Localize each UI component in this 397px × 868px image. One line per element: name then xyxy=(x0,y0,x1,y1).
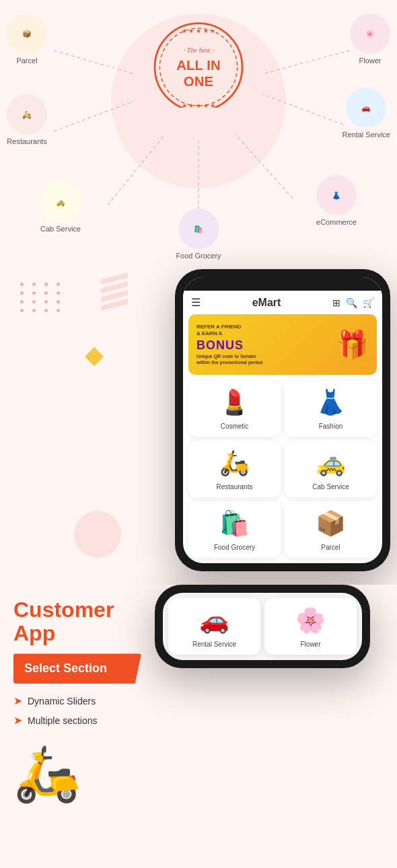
restaurants-icon: 🛵 xyxy=(22,110,32,119)
top-section: ★ ★ ★ ★ ★ ★ ★ ★ ★ ★ · The best · ALL IN … xyxy=(0,0,397,262)
category-flower[interactable]: 🌸 Flower xyxy=(264,598,357,655)
phone-screen-top: ☰ eMart ⊞ 🔍 🛒 REFER A FRIEND & EARN A BO… xyxy=(183,277,382,563)
banner-line6: within the promotional period xyxy=(196,359,262,365)
phone-mockup-bottom: 🚗 Rental Service 🌸 Flower xyxy=(155,585,370,668)
fashion-icon: 👗 xyxy=(290,388,371,417)
banner-line2: & EARN A xyxy=(196,330,262,337)
banner-line1: REFER A FRIEND xyxy=(196,324,262,330)
cosmetic-icon: 💄 xyxy=(194,388,275,417)
header-icons: ⊞ 🔍 🛒 xyxy=(332,297,374,308)
feature-dynamic-sliders: ➤ Dynamic Sliders xyxy=(13,694,141,707)
notch-bar xyxy=(256,281,310,287)
category-cab[interactable]: 🚕 Cab Service xyxy=(285,441,377,497)
flower-label: Flower xyxy=(350,57,390,65)
dot-grid xyxy=(20,283,63,312)
cab-cat-icon: 🚕 xyxy=(290,449,371,477)
logo-badge: ★ ★ ★ ★ ★ ★ ★ ★ ★ ★ · The best · ALL IN … xyxy=(145,20,252,108)
left-panel: Customer App Select Section ➤ Dynamic Sl… xyxy=(0,585,155,814)
stripe-decoration xyxy=(101,276,128,330)
service-grocery: 🛍️ Food Grocery xyxy=(176,209,221,260)
category-parcel[interactable]: 📦 Parcel xyxy=(285,501,377,558)
arrow-icon-1: ➤ xyxy=(13,694,22,707)
grocery-label: Food Grocery xyxy=(176,252,221,260)
rental-label: Rental Service xyxy=(342,131,390,139)
category-restaurants[interactable]: 🛵 Restaurants xyxy=(188,441,281,497)
dynamic-sliders-label: Dynamic Sliders xyxy=(28,696,96,707)
phone-mockup-top: ☰ eMart ⊞ 🔍 🛒 REFER A FRIEND & EARN A BO… xyxy=(175,269,390,571)
customer-app-title: Customer App xyxy=(13,598,141,645)
flower-icon: 🌸 xyxy=(365,30,375,38)
service-rental: 🚗 Rental Service xyxy=(342,87,390,139)
right-phone-panel: 🚗 Rental Service 🌸 Flower xyxy=(155,585,397,668)
grocery-cat-label: Food Grocery xyxy=(214,544,255,551)
cab-label: Cab Service xyxy=(40,225,81,233)
categories-grid-bottom: 🚗 Rental Service 🌸 Flower xyxy=(163,593,362,660)
qr-icon[interactable]: ⊞ xyxy=(332,297,340,308)
cosmetic-label: Cosmetic xyxy=(221,423,249,430)
logo-container: ★ ★ ★ ★ ★ ★ ★ ★ ★ ★ · The best · ALL IN … xyxy=(145,20,252,108)
multiple-sections-label: Multiple sections xyxy=(28,715,98,726)
restaurants-cat-label: Restaurants xyxy=(217,483,253,491)
flower-cat-icon: 🌸 xyxy=(270,606,351,635)
service-ecommerce: 👗 eCommerce xyxy=(316,175,357,226)
parcel-icon: 📦 xyxy=(22,30,32,38)
phone-notch xyxy=(183,277,382,291)
service-cab: 🚕 Cab Service xyxy=(40,182,81,233)
banner-graphic: 🎁 xyxy=(335,329,369,361)
diamond-decoration xyxy=(85,347,104,366)
fashion-label: Fashion xyxy=(319,423,343,430)
app-header: ☰ eMart ⊞ 🔍 🛒 xyxy=(183,291,382,314)
left-decoration xyxy=(0,262,135,585)
arrow-icon-2: ➤ xyxy=(13,714,22,727)
ecommerce-label: eCommerce xyxy=(316,218,357,226)
banner-line5: Unique QR code to Sender xyxy=(196,353,262,359)
rental-icon: 🚗 xyxy=(361,104,371,112)
rental-cat-label: Rental Service xyxy=(192,641,236,648)
cab-cat-label: Cab Service xyxy=(312,483,349,491)
cab-icon: 🚕 xyxy=(56,198,65,207)
svg-text:★ ★ ★ ★ ★: ★ ★ ★ ★ ★ xyxy=(182,102,215,108)
category-rental[interactable]: 🚗 Rental Service xyxy=(168,598,260,655)
rental-cat-icon: 🚗 xyxy=(174,606,255,635)
svg-text:ONE: ONE xyxy=(184,74,213,89)
category-fashion[interactable]: 👗 Fashion xyxy=(285,380,377,437)
menu-icon[interactable]: ☰ xyxy=(191,296,201,309)
bottom-section: Customer App Select Section ➤ Dynamic Sl… xyxy=(0,585,397,814)
middle-section: ☰ eMart ⊞ 🔍 🛒 REFER A FRIEND & EARN A BO… xyxy=(0,262,397,585)
service-parcel: 📦 Parcel xyxy=(7,13,47,65)
categories-grid-top: 💄 Cosmetic 👗 Fashion 🛵 Restaurants 🚕 Cab… xyxy=(183,380,382,563)
banner-text: REFER A FRIEND & EARN A BONUS Unique QR … xyxy=(196,324,262,365)
grocery-icon: 🛍️ xyxy=(194,225,203,233)
parcel-label: Parcel xyxy=(7,57,47,65)
restaurants-cat-icon: 🛵 xyxy=(194,449,275,477)
select-section-button[interactable]: Select Section xyxy=(13,653,141,684)
app-banner: REFER A FRIEND & EARN A BONUS Unique QR … xyxy=(188,314,377,375)
svg-text:ALL IN: ALL IN xyxy=(176,58,220,73)
svg-text:★ ★ ★ ★ ★: ★ ★ ★ ★ ★ xyxy=(182,28,215,34)
scooter-illustration: 🛵 xyxy=(13,747,141,801)
svg-text:· The best ·: · The best · xyxy=(184,46,214,54)
service-restaurants: 🛵 Restaurants xyxy=(7,94,47,145)
cart-icon[interactable]: 🛒 xyxy=(363,297,374,308)
search-icon[interactable]: 🔍 xyxy=(346,297,357,308)
feature-multiple-sections: ➤ Multiple sections xyxy=(13,714,141,727)
parcel-cat-icon: 📦 xyxy=(290,509,371,538)
app-title: eMart xyxy=(252,297,281,309)
category-cosmetic[interactable]: 💄 Cosmetic xyxy=(188,380,281,437)
circle-decoration xyxy=(74,511,121,558)
service-flower-top: 🌸 Flower xyxy=(350,13,390,65)
category-grocery[interactable]: 🛍️ Food Grocery xyxy=(188,501,281,558)
restaurants-label: Restaurants xyxy=(7,137,47,145)
parcel-cat-label: Parcel xyxy=(321,544,340,551)
flower-cat-label: Flower xyxy=(300,641,320,648)
grocery-cat-icon: 🛍️ xyxy=(194,509,275,538)
ecommerce-icon: 👗 xyxy=(332,191,341,200)
phone-screen-bottom: 🚗 Rental Service 🌸 Flower xyxy=(163,593,362,660)
banner-line3: BONUS xyxy=(196,338,262,353)
